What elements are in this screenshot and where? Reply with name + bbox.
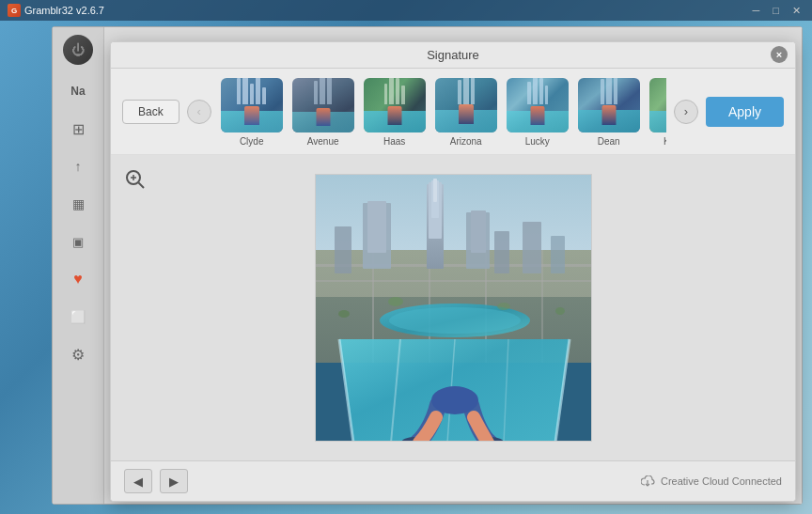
filter-thumb-lucky [505,76,570,134]
dubai-image-svg [316,175,592,442]
svg-rect-22 [335,226,351,273]
b4 [401,86,405,104]
thumb-city-arizona [435,83,497,104]
sidebar-power-button[interactable]: ⏻ [63,35,93,65]
person-silhouette [316,108,330,126]
filter-label-keylime: Keylime [664,136,666,147]
b1 [384,84,387,104]
svg-rect-15 [433,179,437,202]
thumb-city-haas [364,83,426,104]
cc-status: Creative Cloud Connected [641,474,782,489]
building3 [250,84,254,104]
thumb-image-dean [578,78,640,132]
back-button[interactable]: Back [122,100,180,124]
next-nav-button[interactable]: ▶ [160,469,188,493]
close-window-button[interactable]: ✕ [789,5,804,17]
sidebar-item-image[interactable]: ▣ [61,226,95,257]
signature-dialog: Signature × Back ‹ [110,41,796,502]
dialog-close-button[interactable]: × [771,46,788,63]
b1 [314,81,318,104]
building2 [242,78,248,104]
app-title: Gramblr32 v2.6.7 [24,5,104,16]
thumb-city-dean [578,83,640,104]
prev-nav-button[interactable]: ◀ [124,469,152,493]
profile-icon: Na [70,85,85,98]
thumb-image-lucky [507,78,569,132]
dialog-title: Signature [427,48,479,62]
next-arrow-icon: ▶ [169,475,179,489]
svg-rect-17 [367,201,386,253]
main-content: Signature × Back ‹ [104,27,802,504]
filters-scroll: Clyde [219,76,666,147]
sidebar-item-upload[interactable]: ↑ [61,151,95,181]
slide-area [649,111,666,132]
filter-label-dean: Dean [598,136,620,147]
image-icon: ▣ [72,235,84,249]
sidebar-item-folder[interactable]: ⬜ [61,302,95,332]
svg-point-28 [338,310,350,318]
taskbar: G Gramblr32 v2.6.7 ─ □ ✕ [0,0,812,21]
filter-item-avenue[interactable]: Avenue [290,76,356,147]
filter-item-lucky[interactable]: Lucky [505,76,570,147]
building1 [237,78,241,104]
folder-icon: ⬜ [70,310,86,324]
maximize-button[interactable]: □ [769,5,783,17]
sidebar-item-profile[interactable]: Na [61,76,95,106]
building4 [256,78,260,104]
svg-rect-6 [316,264,592,267]
sidebar: ⏻ Na ⊞ ↑ ▦ ▣ ♥ ⬜ ⚙ [53,27,104,504]
b3 [471,78,475,104]
filter-label-clyde: Clyde [240,136,264,147]
person-silhouette [459,104,474,124]
filter-thumb-keylime [648,76,666,134]
image-area [111,155,795,460]
filter-item-keylime[interactable]: Keylime [648,76,666,147]
filter-thumb-haas [362,76,428,134]
thumb-city-lucky [507,83,569,104]
svg-point-27 [497,303,510,310]
cc-label: Creative Cloud Connected [661,475,782,487]
filter-item-haas[interactable]: Haas [362,76,428,147]
sidebar-item-grid[interactable]: ⊞ [61,114,95,144]
creative-cloud-icon [641,474,656,489]
sidebar-item-settings[interactable]: ⚙ [61,339,95,369]
filter-item-dean[interactable]: Dean [576,76,642,147]
nav-next-button[interactable]: › [674,100,698,124]
filter-item-clyde[interactable]: Clyde [219,76,285,147]
filter-label-lucky: Lucky [525,136,550,147]
b3 [614,78,617,104]
filter-item-arizona[interactable]: Arizona [433,76,499,147]
bottom-nav-buttons: ◀ ▶ [124,469,188,493]
svg-rect-7 [316,280,592,282]
filter-thumb-dean [576,76,642,134]
b1 [527,82,531,104]
apply-button[interactable]: Apply [706,97,784,127]
b2 [533,78,538,104]
calendar-icon: ▦ [72,196,85,211]
sidebar-item-calendar[interactable]: ▦ [61,189,95,219]
person-silhouette [387,106,401,125]
svg-rect-19 [471,210,486,253]
b1 [458,80,461,104]
app-icon: G [8,4,21,17]
minimize-button[interactable]: ─ [749,5,764,17]
thumb-image-arizona [435,78,497,132]
thumb-image-clyde [221,78,283,132]
cc-svg [641,475,656,487]
svg-rect-21 [494,231,509,273]
zoom-icon[interactable] [122,166,148,193]
grid-icon: ⊞ [72,120,85,138]
filter-thumb-avenue [290,76,356,134]
svg-point-29 [555,307,565,315]
svg-point-25 [389,307,521,334]
person-silhouette [601,105,616,125]
bottom-bar: ◀ ▶ Cr [111,460,795,501]
filter-label-haas: Haas [383,136,405,147]
nav-prev-button[interactable]: ‹ [187,100,211,124]
svg-rect-20 [523,222,541,273]
sidebar-item-heart[interactable]: ♥ [61,264,95,294]
thumb-image-haas [364,78,426,132]
b4 [545,86,548,104]
modal-overlay: Signature × Back ‹ [104,27,802,504]
prev-arrow-icon: ◀ [133,475,143,489]
